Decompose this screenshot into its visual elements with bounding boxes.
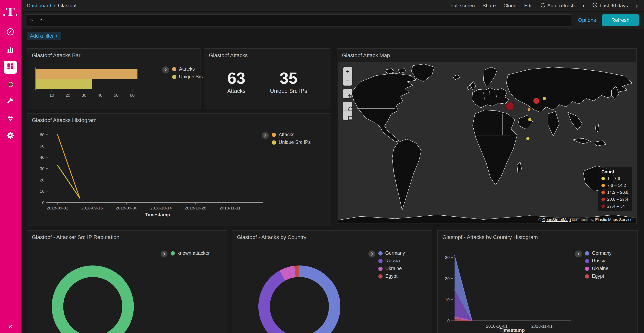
map-fit-data-button[interactable] — [343, 89, 352, 98]
sidebar-item-discover[interactable] — [4, 26, 17, 39]
legend-item[interactable]: 20.8 – 27.4 — [602, 197, 628, 201]
time-forward-button[interactable]: › — [636, 2, 638, 9]
share-button[interactable]: Share — [482, 3, 496, 9]
breadcrumb-dashboard-link[interactable]: Dashboard — [27, 3, 51, 9]
legend-item[interactable]: Germany — [378, 250, 405, 256]
attack-map: + − Count 1 – 7.67.6 – 14.214.2 – — [338, 62, 636, 223]
panel-title[interactable]: Glastopf Attacks Histogram — [27, 114, 330, 127]
panel-title[interactable]: Glastopf Attacks Bar — [27, 49, 200, 62]
legend-item[interactable]: Egypt — [378, 273, 405, 279]
legend-item[interactable]: Russia — [378, 258, 405, 263]
legend-toggle-button[interactable] — [162, 66, 169, 73]
svg-text:50: 50 — [114, 93, 118, 98]
legend-label: 20.8 – 27.4 — [607, 197, 628, 201]
attacks-bar-chart[interactable]: 102030405060 — [31, 66, 158, 104]
svg-text:0: 0 — [447, 318, 450, 323]
map-draw-rectangle-button[interactable] — [343, 111, 352, 120]
compass-icon — [6, 28, 14, 38]
breadcrumb-current: Glastopf — [58, 3, 76, 9]
panel-title[interactable]: Glastopf - Attacker Src IP Reputation — [27, 231, 227, 244]
panel-title[interactable]: Glastopf - Attacks by Country — [232, 231, 432, 244]
legend-item[interactable]: Egypt — [585, 273, 612, 279]
svg-text:2018-10-14: 2018-10-14 — [150, 206, 172, 210]
panel-title[interactable]: Glastopf - Attacks by Country Histogram — [438, 231, 638, 244]
legend-item[interactable]: 7.6 – 14.2 — [602, 183, 628, 188]
legend-item[interactable]: Ukraine — [378, 266, 405, 271]
metric-unique-src-ips: 35 Unique Src IPs — [270, 70, 307, 94]
legend-item[interactable]: Ukraine — [585, 266, 612, 271]
sidebar-item-devtools[interactable] — [4, 95, 17, 108]
chart-legend: GermanyRussiaUkraineEgypt — [368, 250, 405, 279]
map-draw-polygon-button[interactable] — [343, 102, 352, 111]
legend-item[interactable]: 1 – 7.6 — [602, 176, 628, 181]
gear-icon — [6, 131, 14, 141]
sidebar-item-visualize[interactable] — [4, 43, 17, 56]
edit-button[interactable]: Edit — [524, 3, 533, 9]
sidebar-item-management[interactable] — [4, 130, 17, 143]
legend-item[interactable]: 14.2 – 20.8 — [602, 190, 628, 194]
legend-item[interactable]: known attacker — [170, 250, 210, 256]
wrench-icon — [6, 97, 14, 107]
legend-label: 27.4 – 34 — [607, 204, 625, 208]
svg-text:2018-11-11: 2018-11-11 — [220, 206, 240, 210]
panel-title[interactable]: Glastopf Attack Map — [337, 49, 636, 62]
svg-text:2018-09-02: 2018-09-02 — [47, 206, 68, 210]
sidebar-item-tpot[interactable] — [4, 78, 17, 91]
svg-text:Timestamp: Timestamp — [500, 327, 525, 333]
legend-label: 14.2 – 20.8 — [607, 190, 628, 194]
panel-ip-reputation: Glastopf - Attacker Src IP Reputation kn… — [27, 230, 227, 333]
time-back-button[interactable]: ‹ — [582, 2, 585, 9]
reputation-donut-chart[interactable] — [52, 265, 134, 333]
logo-dot — [4, 14, 5, 16]
svg-text:30: 30 — [445, 255, 450, 260]
svg-text:30: 30 — [40, 166, 44, 171]
legend-item[interactable]: Unique Src IPs — [272, 140, 311, 145]
legend-item[interactable]: Attacks — [272, 132, 311, 137]
svg-text:40: 40 — [40, 155, 44, 160]
refresh-button[interactable]: Refresh — [602, 14, 639, 26]
dashboard-icon — [6, 62, 14, 72]
legend-item[interactable]: Russia — [585, 258, 612, 263]
svg-text:2018-11-01: 2018-11-01 — [531, 324, 552, 328]
top-bar: Dashboard / Glastopf Full screen Share C… — [21, 0, 644, 12]
full-screen-button[interactable]: Full screen — [450, 3, 475, 9]
svg-text:60: 60 — [130, 93, 134, 98]
collapse-nav-button[interactable]: « — [0, 322, 21, 331]
legend-item[interactable]: 27.4 – 34 — [602, 204, 628, 208]
svg-text:20: 20 — [66, 93, 70, 98]
clone-button[interactable]: Clone — [504, 3, 516, 9]
plus-icon: + — [55, 33, 58, 39]
legend-dot — [378, 251, 382, 255]
time-picker-button[interactable]: Last 90 days — [592, 2, 628, 9]
query-input[interactable]: >_ * — [26, 14, 572, 26]
chart-legend: known attacker — [160, 250, 210, 257]
country-donut-chart[interactable] — [258, 265, 340, 333]
auto-refresh-button[interactable]: Auto-refresh — [540, 3, 574, 9]
panel-title[interactable]: Glastopf Attacks — [204, 49, 330, 62]
add-filter-link[interactable]: Add a filter+ — [27, 32, 61, 40]
world-map[interactable] — [338, 62, 636, 223]
attacks-histogram-chart[interactable]: 01020304050602018-09-022018-09-162018-09… — [31, 126, 284, 222]
svg-text:2018-09-30: 2018-09-30 — [116, 206, 138, 210]
legend-toggle-button[interactable] — [368, 250, 375, 257]
logo-dot — [16, 14, 17, 16]
legend-item[interactable]: Germany — [585, 250, 612, 256]
legend-toggle-button[interactable] — [262, 132, 269, 139]
sidebar-item-dashboard[interactable] — [4, 61, 17, 74]
openstreetmap-link[interactable]: OpenStreetMap — [542, 217, 571, 222]
legend-label: Ukraine — [385, 266, 402, 271]
panel-attacks-bar: Glastopf Attacks Bar 102030405060 Attack… — [27, 48, 200, 109]
options-link[interactable]: Options — [578, 17, 596, 23]
map-zoom-in-button[interactable]: + — [343, 67, 352, 76]
legend-dot — [378, 266, 382, 271]
legend-toggle-button[interactable] — [160, 250, 168, 257]
legend-toggle-button[interactable] — [575, 250, 582, 257]
chart-legend: AttacksUnique Src IPs — [262, 132, 311, 145]
legend-label: Germany — [385, 250, 405, 256]
svg-text:40: 40 — [98, 93, 102, 98]
legend-dot — [602, 177, 605, 180]
map-zoom-out-button[interactable]: − — [343, 76, 352, 86]
honeypot-icon — [6, 79, 14, 89]
sidebar-item-monitoring[interactable] — [4, 112, 17, 125]
telekom-logo: T — [4, 5, 18, 18]
